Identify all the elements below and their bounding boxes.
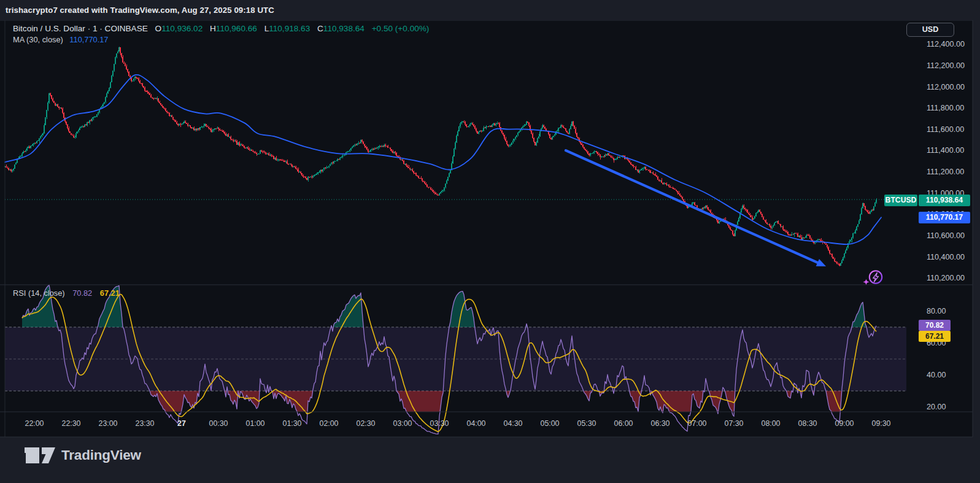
high-label: H bbox=[210, 24, 216, 33]
currency-button[interactable]: USD bbox=[906, 23, 954, 37]
close-value: 110,938.64 bbox=[323, 24, 365, 33]
time-axis-tick: 04:30 bbox=[503, 419, 522, 428]
time-axis-tick: 08:30 bbox=[798, 419, 817, 428]
tradingview-brand[interactable]: TradingView bbox=[23, 443, 141, 468]
low-value: 110,918.63 bbox=[269, 24, 310, 33]
magic-ai-icon[interactable] bbox=[860, 265, 890, 291]
time-axis-tick: 27 bbox=[177, 419, 186, 428]
time-axis-tick: 07:30 bbox=[724, 419, 743, 428]
time-axis-tick: 03:00 bbox=[393, 419, 412, 428]
price-axis-tick: 110,600.00 bbox=[927, 231, 965, 240]
rsi-value-badge: 70.82 bbox=[919, 320, 951, 331]
ma-legend-label: MA (30, close) bbox=[13, 35, 63, 44]
time-axis-tick: 00:30 bbox=[209, 419, 228, 428]
price-axis-tick: 112,400.00 bbox=[927, 40, 965, 48]
price-axis-tick: 111,800.00 bbox=[927, 104, 964, 112]
rsi-axis-tick: 80.00 bbox=[927, 307, 946, 315]
magic-circle-icon bbox=[870, 271, 882, 283]
price-axis-tick: 110,400.00 bbox=[927, 253, 965, 261]
time-axis-tick: 07:00 bbox=[687, 419, 706, 428]
symbol-price-tag[interactable]: BTCUSD bbox=[884, 195, 917, 206]
open-value: 110,936.02 bbox=[161, 24, 203, 33]
time-axis-tick: 05:00 bbox=[540, 419, 559, 428]
change-value: +0.50 (+0.00%) bbox=[372, 24, 430, 33]
time-axis-tick: 03:30 bbox=[430, 419, 449, 428]
time-axis-tick: 01:00 bbox=[245, 419, 264, 428]
high-value: 110,960.66 bbox=[216, 24, 257, 33]
tradingview-screenshot: 112,400.00112,200.00112,000.00111,800.00… bbox=[0, 0, 980, 483]
last-price-tag[interactable]: 110,938.64 bbox=[919, 195, 970, 206]
time-axis-tick: 06:00 bbox=[614, 419, 633, 428]
tradingview-logo-text: TradingView bbox=[61, 447, 141, 463]
time-axis-tick: 22:30 bbox=[61, 419, 80, 428]
chart-canvas[interactable]: 112,400.00112,200.00112,000.00111,800.00… bbox=[0, 0, 980, 483]
ma-legend-value: 110,770.17 bbox=[69, 35, 108, 44]
rsi-axis-tick: 20.00 bbox=[927, 403, 946, 411]
rsi-legend-label: RSI (14, close) bbox=[13, 288, 65, 298]
open-label: O bbox=[155, 24, 162, 33]
rsi-legend-value: 70.82 bbox=[72, 288, 92, 298]
lightning-bolt-icon bbox=[873, 272, 879, 282]
time-axis-tick: 08:00 bbox=[761, 419, 780, 428]
price-axis-tick: 111,600.00 bbox=[927, 125, 964, 134]
time-axis-tick: 05:30 bbox=[577, 419, 596, 428]
symbol-legend[interactable]: Bitcoin / U.S. Dollar · 1 · COINBASE O11… bbox=[13, 24, 429, 34]
symbol-title[interactable]: Bitcoin / U.S. Dollar · 1 · COINBASE bbox=[13, 24, 148, 33]
time-axis-tick: 23:00 bbox=[98, 419, 117, 428]
rsi-axis-tick: 40.00 bbox=[927, 371, 946, 379]
watermark-bar: trishacrypto7 created with TradingView.c… bbox=[0, 0, 980, 20]
rsi-legend[interactable]: RSI (14, close) 70.82 67.21 bbox=[13, 288, 120, 298]
ma-legend[interactable]: MA (30, close) 110,770.17 bbox=[13, 35, 108, 45]
time-axis-tick: 06:30 bbox=[650, 419, 669, 428]
time-axis-tick: 02:00 bbox=[319, 419, 338, 428]
price-axis-tick: 112,000.00 bbox=[927, 83, 965, 91]
price-axis-tick: 110,200.00 bbox=[927, 274, 965, 282]
price-axis-tick: 111,200.00 bbox=[927, 168, 964, 176]
rsi-ma-value-badge: 67.21 bbox=[919, 331, 951, 342]
time-axis-tick: 04:00 bbox=[466, 419, 485, 428]
rsi-ma-legend-value: 67.21 bbox=[100, 288, 120, 298]
time-axis-tick: 09:30 bbox=[871, 419, 890, 428]
price-axis-tick: 111,400.00 bbox=[927, 146, 964, 155]
price-axis-tick: 112,200.00 bbox=[927, 61, 965, 70]
time-axis-tick: 22:00 bbox=[25, 419, 44, 428]
watermark-text: trishacrypto7 created with TradingView.c… bbox=[6, 6, 274, 15]
time-axis-tick: 02:30 bbox=[356, 419, 375, 428]
time-axis-tick: 09:00 bbox=[835, 419, 854, 428]
close-label: C bbox=[317, 24, 323, 33]
tradingview-logo-icon bbox=[23, 446, 55, 465]
time-axis-tick: 23:30 bbox=[135, 419, 154, 428]
time-axis-tick: 01:30 bbox=[282, 419, 301, 428]
ma-value-tag[interactable]: 110,770.17 bbox=[919, 212, 970, 223]
sparkle-star-icon bbox=[863, 279, 870, 285]
